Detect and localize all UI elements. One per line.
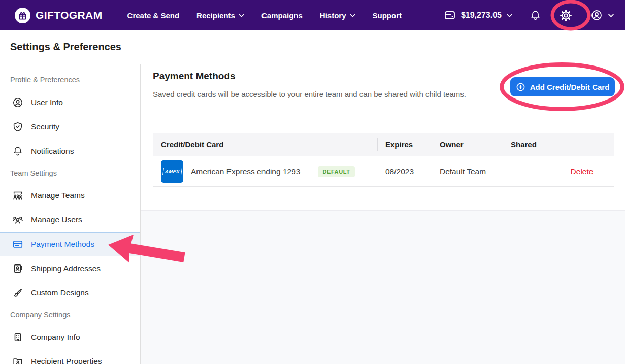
panel-description: Saved credit cards will be accessible to… bbox=[153, 90, 466, 98]
payment-methods-panel: Payment Methods Saved credit cards will … bbox=[141, 64, 625, 364]
shield-check-icon bbox=[12, 121, 23, 133]
default-badge: DEFAULT bbox=[318, 166, 354, 177]
user-circle-icon bbox=[590, 9, 603, 21]
folder-user-icon bbox=[12, 356, 23, 364]
settings-sidebar: Profile & Preferences User Info Security… bbox=[0, 64, 141, 364]
navbar-right-cluster: $19,273.05 bbox=[444, 9, 614, 22]
panel-heading: Payment Methods bbox=[153, 71, 236, 82]
settings-button[interactable] bbox=[560, 9, 572, 22]
col-header-shared: Shared bbox=[503, 133, 550, 156]
team-icon bbox=[12, 190, 23, 201]
sidebar-item-security[interactable]: Security bbox=[0, 115, 140, 139]
nav-recipients[interactable]: Recipients bbox=[188, 7, 253, 24]
users-icon bbox=[12, 214, 23, 225]
paintbrush-icon bbox=[12, 287, 23, 299]
page-header: Settings & Preferences bbox=[0, 30, 625, 63]
payment-methods-card: Payment Methods Saved credit cards will … bbox=[141, 64, 625, 211]
delete-card-link[interactable]: Delete bbox=[550, 167, 614, 176]
chevron-down-icon bbox=[239, 14, 244, 17]
building-icon bbox=[12, 332, 23, 343]
chevron-down-icon bbox=[507, 14, 512, 17]
brand-name: GIFTOGRAM bbox=[36, 9, 103, 21]
account-menu[interactable] bbox=[590, 9, 614, 21]
giftogram-logo[interactable]: GIFTOGRAM bbox=[15, 8, 103, 23]
owner-cell: Default Team bbox=[432, 167, 503, 176]
gift-icon bbox=[15, 8, 30, 23]
payment-methods-table: Credit/Debit Card Expires Owner Shared A… bbox=[153, 133, 614, 187]
bell-icon bbox=[12, 146, 23, 157]
wallet-icon bbox=[444, 9, 456, 21]
bell-icon bbox=[530, 10, 541, 21]
nav-create-send[interactable]: Create & Send bbox=[119, 7, 188, 24]
amex-card-icon: AMEX bbox=[161, 160, 183, 183]
section-label-profile-preferences: Profile & Preferences bbox=[0, 75, 140, 85]
card-name: American Express ending 1293 bbox=[191, 167, 300, 176]
nav-campaigns[interactable]: Campaigns bbox=[253, 7, 311, 24]
section-divider bbox=[141, 108, 625, 108]
chevron-down-icon bbox=[350, 14, 355, 17]
col-header-card: Credit/Debit Card bbox=[153, 133, 377, 156]
table-row: AMEX American Express ending 1293 DEFAUL… bbox=[153, 156, 614, 187]
card-cell: AMEX American Express ending 1293 DEFAUL… bbox=[153, 160, 377, 183]
nav-history[interactable]: History bbox=[311, 7, 364, 24]
section-label-team-settings: Team Settings bbox=[0, 168, 140, 178]
add-credit-debit-card-button[interactable]: Add Credit/Debit Card bbox=[510, 77, 615, 96]
sidebar-item-manage-users[interactable]: Manage Users bbox=[0, 208, 140, 232]
primary-nav: Create & Send Recipients Campaigns Histo… bbox=[119, 7, 410, 24]
sidebar-item-notifications[interactable]: Notifications bbox=[0, 139, 140, 163]
expires-cell: 08/2023 bbox=[377, 167, 432, 176]
page-title: Settings & Preferences bbox=[10, 41, 121, 53]
col-header-owner: Owner bbox=[432, 133, 503, 156]
wallet-balance-dropdown[interactable]: $19,273.05 bbox=[444, 9, 512, 21]
plus-circle-icon bbox=[516, 82, 525, 92]
sidebar-item-company-info[interactable]: Company Info bbox=[0, 325, 140, 349]
balance-amount: $19,273.05 bbox=[461, 11, 502, 20]
notifications-button[interactable] bbox=[530, 10, 541, 21]
credit-card-icon bbox=[12, 239, 23, 250]
table-header-row: Credit/Debit Card Expires Owner Shared bbox=[153, 133, 614, 156]
sidebar-item-recipient-properties[interactable]: Recipient Properties bbox=[0, 349, 140, 364]
nav-support[interactable]: Support bbox=[364, 7, 411, 24]
gear-icon bbox=[560, 9, 572, 22]
address-card-icon bbox=[12, 263, 23, 274]
user-circle-icon bbox=[12, 97, 23, 108]
sidebar-item-manage-teams[interactable]: Manage Teams bbox=[0, 183, 140, 208]
sidebar-item-payment-methods[interactable]: Payment Methods bbox=[0, 232, 140, 256]
chevron-down-icon bbox=[608, 14, 614, 17]
col-header-actions bbox=[550, 133, 614, 156]
top-navbar: GIFTOGRAM Create & Send Recipients Campa… bbox=[0, 0, 625, 30]
sidebar-item-shipping-addresses[interactable]: Shipping Addresses bbox=[0, 256, 140, 281]
section-label-company-settings: Company Settings bbox=[0, 310, 140, 320]
sidebar-item-user-info[interactable]: User Info bbox=[0, 90, 140, 115]
sidebar-item-custom-designs[interactable]: Custom Designs bbox=[0, 281, 140, 305]
col-header-expires: Expires bbox=[377, 133, 432, 156]
